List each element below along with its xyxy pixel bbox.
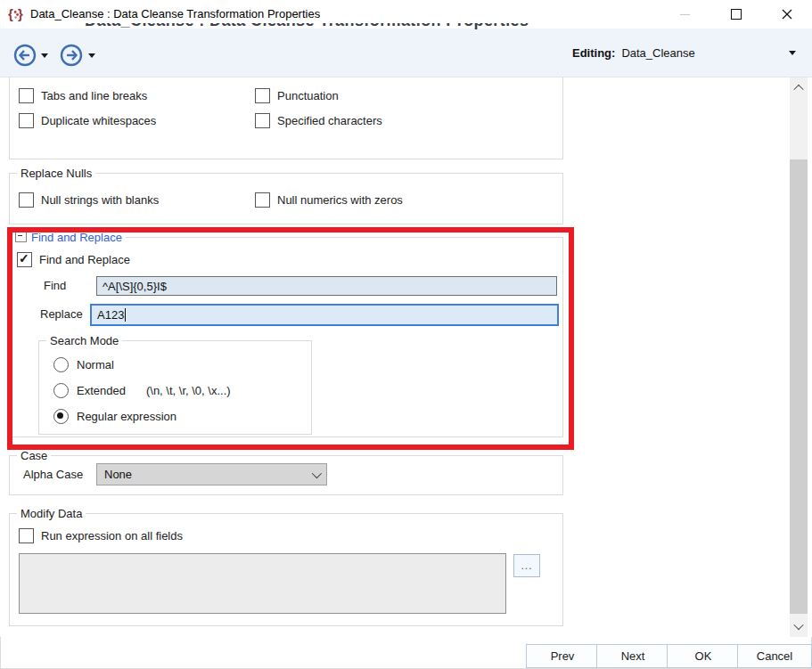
expression-textarea[interactable] (19, 553, 506, 614)
checkbox-run-expression-on-all-fields[interactable]: Run expression on all fields (19, 528, 183, 543)
checkbox-label: Tabs and line breaks (41, 89, 147, 102)
group-case: Case Alpha Case None (9, 455, 563, 495)
radio-normal[interactable]: Normal (53, 357, 114, 372)
group-title: Find and Replace (12, 231, 126, 244)
group-replace-nulls: Replace Nulls Null strings with blanks N… (9, 173, 563, 224)
toolbar: Data_Cleanse : Data Cleanse Transformati… (0, 29, 812, 78)
group-title: Replace Nulls (17, 167, 95, 180)
replace-input[interactable]: A123 (90, 304, 559, 326)
group-title: Search Mode (46, 334, 122, 347)
scroll-down-button[interactable] (790, 617, 808, 635)
checkbox-icon (19, 88, 34, 103)
chevron-down-icon (312, 468, 322, 477)
group-whitespace: Tabs and line breaks Punctuation Duplica… (9, 78, 563, 159)
checkbox-icon (255, 113, 270, 128)
alpha-case-dropdown[interactable]: None (96, 463, 327, 485)
properties-panel: Tabs and line breaks Punctuation Duplica… (0, 78, 812, 637)
radio-label: Extended (77, 384, 126, 397)
alpha-case-value: None (104, 468, 132, 481)
scrollbar-thumb[interactable] (790, 159, 808, 614)
chevron-up-icon (793, 85, 803, 94)
back-button[interactable] (13, 44, 37, 67)
app-icon: { } (8, 6, 26, 22)
collapse-icon[interactable] (15, 231, 27, 242)
checkbox-null-numerics-with-zeros[interactable]: Null numerics with zeros (255, 192, 403, 208)
maximize-icon (731, 9, 742, 20)
text-cursor (125, 308, 126, 322)
ok-button[interactable]: OK (667, 644, 740, 668)
replace-value: A123 (97, 308, 124, 322)
forward-dropdown-arrow[interactable] (88, 53, 95, 58)
checkbox-icon (19, 192, 34, 208)
next-button[interactable]: Next (596, 644, 669, 668)
radio-icon (53, 409, 69, 424)
checkbox-icon (19, 528, 34, 543)
maximize-button[interactable] (716, 0, 757, 29)
chevron-down-icon (793, 620, 803, 630)
close-button[interactable] (767, 0, 808, 29)
checkbox-icon (255, 192, 270, 208)
alpha-case-label: Alpha Case (23, 468, 83, 481)
radio-regular-expression[interactable]: Regular expression (53, 409, 176, 424)
editing-selector[interactable]: Editing: Data_Cleanse (572, 41, 800, 64)
checkbox-punctuation[interactable]: Punctuation (255, 88, 339, 103)
group-modify-data: Modify Data Run expression on all fields… (9, 513, 563, 626)
replace-label: Replace (40, 307, 83, 321)
checkbox-label: Specified characters (277, 114, 382, 127)
minimize-icon (680, 14, 690, 15)
ellipsis-icon: ... (521, 559, 532, 572)
checkbox-duplicate-whitespaces[interactable]: Duplicate whitespaces (19, 113, 156, 128)
minimize-button[interactable] (664, 0, 705, 29)
cancel-button[interactable]: Cancel (737, 644, 812, 668)
checkbox-tabs-and-line-breaks[interactable]: Tabs and line breaks (19, 88, 147, 103)
checkbox-null-strings-with-blanks[interactable]: Null strings with blanks (19, 192, 159, 208)
checkbox-label: Find and Replace (39, 253, 130, 266)
editing-value: Data_Cleanse (621, 46, 789, 60)
editing-label: Editing: (572, 46, 615, 60)
checkbox-icon (19, 113, 34, 128)
title-bar: { } Data_Cleanse : Data Cleanse Transfor… (0, 0, 812, 29)
checkbox-specified-characters[interactable]: Specified characters (255, 113, 382, 128)
editing-dropdown-arrow (789, 51, 796, 55)
svg-text:{: { (8, 6, 13, 21)
find-input[interactable]: ^A[\S]{0,5}I$ (96, 276, 557, 296)
group-title: Modify Data (17, 507, 86, 520)
dialog-window: { } Data_Cleanse : Data Cleanse Transfor… (0, 0, 812, 669)
browse-expression-button[interactable]: ... (513, 554, 540, 577)
scroll-up-button[interactable] (790, 79, 808, 97)
find-label: Find (44, 279, 66, 292)
radio-extended[interactable]: Extended (\n, \t, \r, \0, \x...) (53, 383, 231, 398)
find-value: ^A[\S]{0,5}I$ (103, 280, 167, 293)
extended-hint: (\n, \t, \r, \0, \x...) (146, 384, 231, 397)
forward-button[interactable] (60, 44, 83, 67)
checkbox-label: Run expression on all fields (41, 529, 183, 543)
checkbox-icon (17, 252, 32, 267)
group-title: Case (17, 449, 51, 462)
radio-icon (53, 357, 69, 372)
radio-label: Normal (77, 358, 114, 371)
prev-button[interactable]: Prev (526, 644, 599, 668)
group-search-mode: Search Mode Normal Extended (\n, \t, \r,… (38, 340, 312, 435)
radio-label: Regular expression (77, 410, 176, 423)
checkbox-label: Duplicate whitespaces (41, 114, 156, 127)
checkbox-label: Null numerics with zeros (277, 193, 403, 207)
close-icon (782, 9, 792, 20)
radio-icon (53, 383, 69, 398)
svg-text:}: } (18, 6, 23, 21)
checkbox-icon (255, 88, 270, 103)
checkbox-label: Null strings with blanks (41, 193, 159, 207)
checkbox-label: Punctuation (277, 89, 339, 102)
window-title: Data_Cleanse : Data Cleanse Transformati… (30, 7, 320, 20)
vertical-scrollbar[interactable] (790, 78, 808, 637)
back-dropdown-arrow[interactable] (41, 53, 48, 58)
checkbox-find-and-replace[interactable]: Find and Replace (17, 252, 130, 267)
group-find-and-replace: Find and Replace Find and Replace Find ^… (9, 237, 563, 437)
